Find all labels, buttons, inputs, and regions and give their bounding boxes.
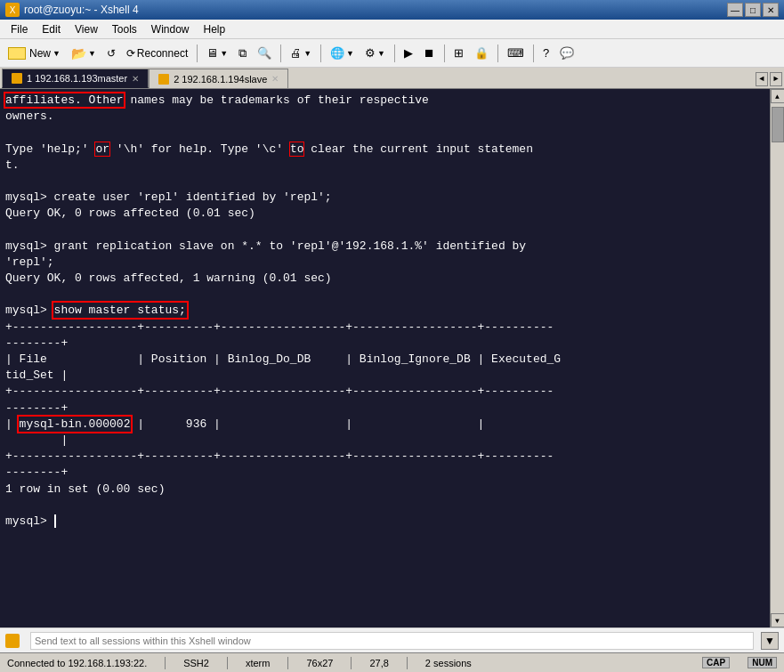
grid-icon: ⊞ — [454, 46, 464, 60]
menu-view[interactable]: View — [68, 21, 105, 37]
tab-1-icon — [12, 73, 22, 84]
term-section: xterm — [246, 658, 271, 668]
status-sep-2 — [227, 657, 228, 669]
tb-btn-3[interactable]: 🔍 — [253, 43, 276, 64]
toolbar-sep-2 — [280, 45, 281, 62]
toolbar-sep-7 — [533, 45, 534, 62]
tb-btn-8[interactable]: ⏹ — [419, 43, 440, 64]
dimensions-label: 76x27 — [306, 658, 333, 668]
tb-btn-6[interactable]: ⚙ ▼ — [360, 43, 390, 64]
help-icon: ? — [543, 46, 549, 60]
close-button[interactable]: ✕ — [763, 3, 779, 17]
tb-btn-7[interactable]: ▶ — [400, 43, 417, 64]
menu-window[interactable]: Window — [144, 21, 197, 37]
scroll-up-button[interactable]: ▲ — [771, 89, 785, 103]
menu-edit[interactable]: Edit — [35, 21, 68, 37]
vertical-scrollbar[interactable]: ▲ ▼ — [770, 89, 784, 627]
menu-file[interactable]: File — [4, 21, 35, 37]
binlog-file-highlight: mysql-bin.000002 — [20, 417, 131, 431]
settings-icon: ⚙ — [365, 46, 376, 60]
reconnect-button[interactable]: ⟳ Reconnect — [122, 43, 192, 64]
tab-session-2[interactable]: 2 192.168.1.194slave ✕ — [149, 69, 288, 88]
menu-help[interactable]: Help — [197, 21, 233, 37]
send-options-button[interactable]: ▼ — [761, 632, 779, 650]
terminal-output[interactable]: affiliates. Other names may be trademark… — [0, 89, 770, 627]
tab-2-label: 2 192.168.1.194slave — [174, 74, 267, 85]
connection-status-bar: Connected to 192.168.1.193:22. SSH2 xter… — [0, 652, 784, 672]
tab-bar: 1 192.168.1.193master ✕ 2 192.168.1.194s… — [0, 68, 784, 89]
tb5-dropdown[interactable]: ▼ — [346, 49, 354, 58]
position-label: 27,8 — [369, 658, 388, 668]
stop-icon: ⏹ — [424, 46, 435, 60]
new-dropdown-icon[interactable]: ▼ — [53, 49, 61, 58]
caps-badge: CAP — [702, 657, 730, 668]
terminal-container: affiliates. Other names may be trademark… — [0, 89, 784, 627]
lock-icon: 🔒 — [474, 46, 489, 60]
toolbar-sep-3 — [320, 45, 321, 62]
tb4-dropdown[interactable]: ▼ — [303, 49, 311, 58]
app-icon: X — [5, 3, 20, 17]
tb-btn-9[interactable]: ⊞ — [449, 43, 468, 64]
tab-2-close[interactable]: ✕ — [271, 74, 279, 84]
print-icon: 🖨 — [290, 46, 302, 60]
send-text-bar: ▼ — [0, 627, 784, 652]
tab-session-1[interactable]: 1 192.168.1.193master ✕ — [2, 69, 149, 88]
globe-icon: 🌐 — [330, 46, 344, 60]
toolbar-sep-6 — [497, 45, 498, 62]
refresh-icon: ↺ — [107, 47, 116, 60]
dimensions-section: 76x27 — [306, 658, 333, 668]
show-master-command: show master status; — [54, 304, 186, 317]
tb-btn-2[interactable]: ⧉ — [234, 43, 251, 64]
tb-btn-10[interactable]: 🔒 — [470, 43, 493, 64]
chat-icon: 💬 — [560, 46, 574, 60]
tb-btn-4[interactable]: 🖨 ▼ — [286, 43, 316, 64]
tb-btn-5[interactable]: 🌐 ▼ — [326, 43, 359, 64]
maximize-button[interactable]: □ — [745, 3, 761, 17]
sessions-section: 2 sessions — [425, 658, 472, 668]
terminal-cursor — [54, 514, 56, 528]
tab-prev-button[interactable]: ◄ — [756, 72, 768, 86]
toolbar: New ▼ 📂 ▼ ↺ ⟳ Reconnect 🖥 ▼ ⧉ 🔍 🖨 ▼ 🌐 ▼ … — [0, 39, 784, 68]
send-text-input[interactable] — [30, 632, 754, 650]
scroll-thumb[interactable] — [772, 107, 784, 142]
tb-btn-11[interactable]: ⌨ — [503, 43, 529, 64]
tb6-dropdown[interactable]: ▼ — [377, 49, 385, 58]
title-controls: — □ ✕ — [727, 3, 779, 17]
search-icon: 🔍 — [257, 46, 271, 60]
ssh-section: SSH2 — [183, 658, 209, 668]
tab-2-icon — [158, 74, 169, 85]
window-title: root@zuoyu:~ - Xshell 4 — [24, 4, 139, 16]
new-icon — [8, 47, 26, 60]
open-button[interactable]: 📂 ▼ — [67, 43, 101, 64]
tab-1-close[interactable]: ✕ — [132, 74, 139, 84]
affiliates-line: affiliates. Other names may be trademark… — [5, 93, 429, 107]
num-badge: NUM — [748, 657, 777, 668]
session-icon — [5, 634, 20, 648]
or-highlight: or — [95, 142, 109, 156]
tab-1-label: 1 192.168.1.193master — [27, 73, 127, 84]
sessions-label: 2 sessions — [425, 658, 472, 668]
affiliates-highlight: affiliates. Other — [5, 93, 124, 107]
tb-btn-1[interactable]: 🖥 ▼ — [202, 43, 232, 64]
status-sep-1 — [165, 657, 166, 669]
ssh-label: SSH2 — [183, 658, 209, 668]
title-bar: X root@zuoyu:~ - Xshell 4 — □ ✕ — [0, 0, 784, 20]
minimize-button[interactable]: — — [727, 3, 743, 17]
tab-next-button[interactable]: ► — [770, 72, 782, 86]
new-button[interactable]: New ▼ — [4, 43, 65, 64]
menu-tools[interactable]: Tools — [105, 21, 144, 37]
copy-icon: ⧉ — [238, 46, 247, 61]
tb-btn-12[interactable]: 💬 — [555, 43, 578, 64]
reconnect-icon: ⟳ — [126, 47, 135, 60]
refresh-button[interactable]: ↺ — [102, 43, 120, 64]
scroll-down-button[interactable]: ▼ — [771, 613, 785, 627]
tb1-dropdown[interactable]: ▼ — [220, 49, 228, 58]
tb-help-btn[interactable]: ? — [538, 43, 554, 64]
toolbar-sep-4 — [394, 45, 395, 62]
title-bar-left: X root@zuoyu:~ - Xshell 4 — [5, 3, 139, 17]
reconnect-label: Reconnect — [137, 47, 188, 60]
menu-bar: File Edit View Tools Window Help — [0, 20, 784, 39]
status-sep-4 — [351, 657, 352, 669]
open-dropdown-icon[interactable]: ▼ — [88, 49, 96, 58]
new-label: New — [29, 47, 51, 60]
